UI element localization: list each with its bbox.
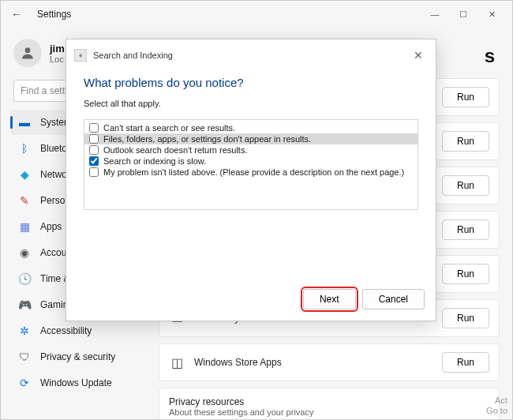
- option-outlook-search[interactable]: Outlook search doesn't return results.: [84, 144, 418, 156]
- avatar: [13, 39, 42, 67]
- run-button[interactable]: Run: [442, 308, 489, 328]
- clock-icon: 🕓: [18, 272, 31, 285]
- sidebar-item-update[interactable]: ⟳ Windows Update: [10, 370, 155, 396]
- dialog-sub: Select all that apply.: [84, 99, 418, 108]
- dialog-heading: What problems do you notice?: [84, 76, 418, 89]
- run-button[interactable]: Run: [442, 175, 489, 196]
- option-label: Search or indexing is slow.: [103, 156, 206, 166]
- troubleshooter-dialog: ♦ Search and Indexing ✕ What problems do…: [66, 39, 436, 321]
- user-name: jim: [50, 43, 65, 54]
- dialog-body: What problems do you notice? Select all …: [66, 71, 436, 281]
- window-title: Settings: [37, 9, 71, 20]
- checkbox[interactable]: [89, 134, 99, 144]
- checkbox[interactable]: [89, 145, 99, 155]
- update-icon: ⟳: [18, 377, 31, 389]
- option-label: Files, folders, apps, or settings don't …: [103, 134, 311, 144]
- option-cant-start-search[interactable]: Can't start a search or see results.: [84, 122, 418, 133]
- run-button[interactable]: Run: [442, 131, 489, 152]
- sidebar-item-label: Accessibility: [40, 325, 92, 336]
- accounts-icon: ◉: [18, 246, 31, 259]
- dialog-close-button[interactable]: ✕: [409, 46, 428, 65]
- back-button[interactable]: ←: [7, 5, 26, 24]
- option-label: Outlook search doesn't return results.: [103, 145, 247, 155]
- brush-icon: ✎: [18, 194, 31, 207]
- option-files-not-appear[interactable]: Files, folders, apps, or settings don't …: [84, 133, 418, 144]
- gaming-icon: 🎮: [18, 298, 31, 311]
- card-label: Privacy resources: [169, 396, 489, 407]
- sidebar-item-label: Privacy & security: [40, 351, 115, 362]
- user-sub: Loc: [50, 54, 65, 64]
- system-icon: ▬: [18, 116, 31, 129]
- activation-watermark: Act Go to: [486, 396, 507, 416]
- maximize-button[interactable]: ☐: [449, 5, 477, 24]
- accessibility-icon: ✲: [18, 324, 31, 337]
- wifi-icon: ◆: [18, 168, 31, 181]
- sidebar-item-privacy[interactable]: 🛡 Privacy & security: [10, 344, 155, 369]
- option-label: My problem isn't listed above. (Please p…: [103, 167, 404, 177]
- run-button[interactable]: Run: [442, 264, 489, 284]
- sidebar-item-label: Windows Update: [40, 377, 112, 388]
- person-icon: [20, 45, 36, 61]
- dialog-titlebar: ♦ Search and Indexing ✕: [66, 39, 436, 71]
- bluetooth-icon: ᛒ: [18, 142, 31, 155]
- card-label: Windows Store Apps: [194, 357, 442, 368]
- options-list: Can't start a search or see results. Fil…: [84, 119, 418, 210]
- minimize-button[interactable]: —: [421, 5, 449, 24]
- option-label: Can't start a search or see results.: [103, 123, 235, 133]
- option-not-listed[interactable]: My problem isn't listed above. (Please p…: [84, 167, 418, 178]
- troubleshooter-icon: ♦: [74, 49, 87, 62]
- checkbox[interactable]: [89, 167, 99, 177]
- run-button[interactable]: Run: [442, 87, 489, 107]
- option-indexing-slow[interactable]: Search or indexing is slow.: [84, 156, 418, 167]
- apps-icon: ▦: [18, 220, 31, 233]
- titlebar: ← Settings — ☐ ✕: [1, 1, 512, 28]
- svg-point-0: [25, 47, 31, 53]
- run-button[interactable]: Run: [442, 352, 489, 373]
- dialog-title: Search and Indexing: [93, 51, 173, 60]
- sidebar-item-label: Apps: [40, 221, 62, 232]
- checkbox[interactable]: [89, 123, 99, 133]
- user-text: jim Loc: [50, 43, 65, 64]
- close-button[interactable]: ✕: [477, 5, 506, 24]
- dialog-footer: Next Cancel: [66, 281, 436, 321]
- window-controls: — ☐ ✕: [421, 5, 506, 24]
- run-button[interactable]: Run: [442, 219, 489, 240]
- next-button[interactable]: Next: [303, 289, 356, 309]
- shield-icon: 🛡: [18, 351, 31, 363]
- sidebar-item-accessibility[interactable]: ✲ Accessibility: [10, 318, 155, 343]
- cancel-button[interactable]: Cancel: [362, 289, 425, 309]
- checkbox[interactable]: [89, 156, 99, 166]
- card-sub: About these settings and your privacy: [169, 407, 489, 417]
- privacy-resources-card[interactable]: Privacy resources About these settings a…: [159, 388, 500, 419]
- store-icon: ◫: [169, 354, 185, 370]
- troubleshooter-card-store: ◫ Windows Store Apps Run: [159, 343, 500, 381]
